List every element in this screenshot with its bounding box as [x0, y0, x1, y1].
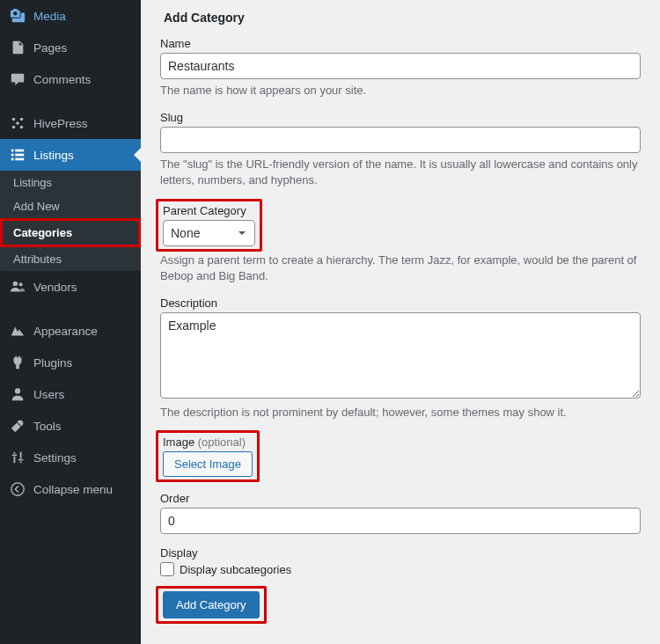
sidebar-item-comments[interactable]: Comments [0, 63, 141, 95]
svg-point-0 [12, 118, 16, 121]
parent-select[interactable]: None [163, 220, 255, 246]
svg-rect-6 [15, 150, 24, 152]
add-category-button[interactable]: Add Category [163, 591, 260, 618]
display-subcategories-checkbox[interactable] [160, 562, 174, 576]
sidebar-label: HivePress [33, 117, 88, 130]
desc-help: The description is not prominent by defa… [160, 405, 641, 421]
svg-point-3 [20, 126, 24, 129]
page-icon [9, 39, 26, 56]
sidebar-label: Plugins [33, 356, 72, 370]
image-label: Image (optional) [163, 435, 253, 449]
submenu-attributes[interactable]: Attributes [0, 247, 141, 271]
sidebar-item-listings[interactable]: Listings [0, 139, 141, 171]
sidebar-item-tools[interactable]: Tools [0, 410, 141, 442]
svg-point-13 [15, 388, 20, 393]
display-checkbox-label: Display subcategories [180, 563, 291, 576]
sidebar-item-users[interactable]: Users [0, 378, 141, 410]
vendor-icon [9, 278, 26, 296]
sidebar-label: Media [33, 10, 66, 23]
collapse-icon [9, 480, 26, 498]
name-label: Name [160, 37, 641, 50]
sidebar-item-plugins[interactable]: Plugins [0, 347, 141, 378]
submenu-add-new[interactable]: Add New [0, 194, 141, 218]
svg-point-14 [11, 483, 24, 495]
svg-rect-8 [15, 154, 24, 157]
name-input[interactable] [160, 53, 641, 79]
sidebar-item-hivepress[interactable]: HivePress [0, 107, 141, 139]
slug-input[interactable] [160, 127, 641, 153]
sidebar-collapse[interactable]: Collapse menu [0, 473, 141, 505]
sidebar-label: Vendors [33, 281, 77, 294]
svg-rect-7 [11, 154, 14, 157]
sidebar-submenu: Listings Add New Categories Attributes [0, 171, 141, 271]
svg-point-11 [13, 282, 18, 286]
sidebar-label: Listings [33, 149, 74, 162]
name-help: The name is how it appears on your site. [160, 83, 641, 99]
sidebar-label: Collapse menu [33, 483, 113, 496]
parent-label: Parent Category [163, 204, 255, 217]
svg-point-2 [12, 126, 16, 129]
svg-point-1 [20, 118, 24, 121]
sidebar-label: Settings [33, 451, 77, 465]
main-content: Add Category Name The name is how it app… [141, 0, 660, 644]
svg-point-12 [19, 282, 23, 286]
sidebar-label: Users [33, 388, 64, 401]
sidebar-label: Appearance [33, 325, 98, 338]
submenu-listings[interactable]: Listings [0, 171, 141, 194]
appearance-icon [9, 322, 26, 340]
sidebar-item-appearance[interactable]: Appearance [0, 315, 141, 347]
slug-label: Slug [160, 111, 641, 124]
sidebar-item-media[interactable]: Media [0, 0, 141, 32]
sidebar-item-pages[interactable]: Pages [0, 32, 141, 63]
order-label: Order [160, 492, 641, 505]
slug-help: The "slug" is the URL-friendly version o… [160, 157, 641, 188]
hivepress-icon [9, 114, 26, 132]
svg-point-4 [16, 121, 19, 125]
display-label: Display [160, 546, 641, 560]
settings-icon [9, 449, 26, 466]
svg-rect-9 [11, 158, 14, 161]
media-icon [9, 7, 26, 25]
user-icon [9, 385, 26, 403]
sidebar-item-vendors[interactable]: Vendors [0, 271, 141, 303]
parent-help: Assign a parent term to create a hierarc… [160, 252, 641, 284]
order-input[interactable] [160, 508, 641, 534]
sidebar-label: Comments [33, 73, 91, 86]
sidebar-label: Tools [33, 420, 62, 433]
sidebar-item-settings[interactable]: Settings [0, 442, 141, 473]
svg-rect-5 [11, 150, 14, 152]
desc-label: Description [160, 296, 641, 310]
plugin-icon [9, 354, 26, 371]
page-title: Add Category [164, 11, 641, 25]
comment-icon [9, 70, 26, 88]
desc-input[interactable] [160, 312, 641, 399]
submenu-categories[interactable]: Categories [0, 218, 141, 247]
tool-icon [9, 417, 26, 435]
select-image-button[interactable]: Select Image [163, 451, 253, 477]
svg-rect-10 [15, 158, 24, 161]
sidebar-label: Pages [33, 41, 67, 55]
list-icon [9, 146, 26, 164]
